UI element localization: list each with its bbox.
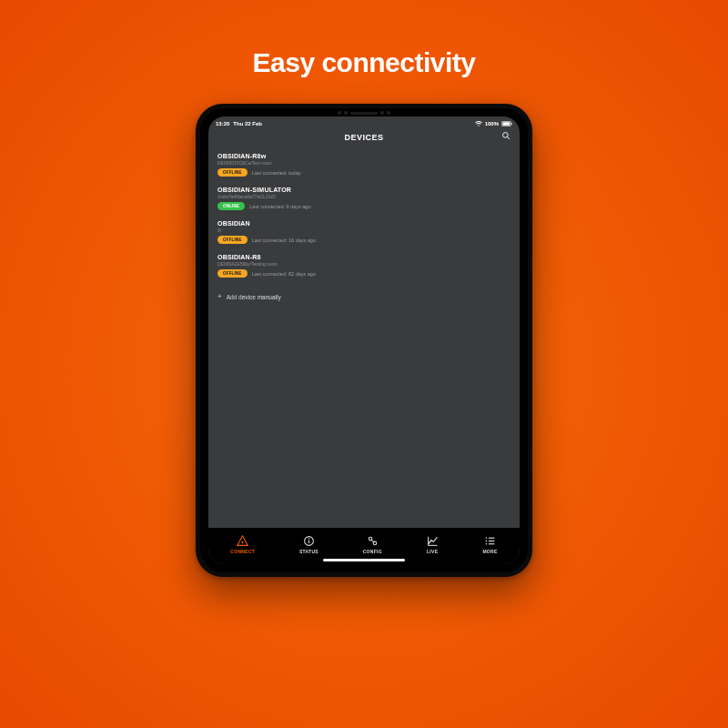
sensor-bar	[338, 111, 390, 115]
svg-rect-2	[511, 123, 512, 125]
svg-line-4	[508, 137, 510, 139]
device-subtitle: 1/obsTa4fdeca0a77aCLOUD	[217, 194, 511, 199]
svg-point-9	[369, 537, 372, 541]
page-header: DEVICES	[208, 129, 520, 147]
device-name: OBSIDIAN	[217, 220, 511, 227]
tab-connect[interactable]: CONNECT	[230, 535, 255, 554]
device-name: OBSIDIAN-R8w	[217, 153, 511, 159]
svg-point-14	[486, 537, 488, 539]
status-badge: OFFLINE	[217, 269, 248, 278]
tab-label: LIVE	[427, 549, 438, 554]
status-badge: OFFLINE	[217, 236, 248, 244]
tab-label: CONNECT	[230, 549, 255, 554]
svg-point-10	[373, 541, 377, 545]
screen: 13:20 Thu 22 Feb 100% D	[208, 116, 520, 564]
add-device-button[interactable]: + Add device manually	[217, 284, 511, 300]
device-subtitle: DE000015C8Ca/Test room	[217, 160, 511, 166]
svg-rect-17	[489, 540, 495, 541]
wifi-icon	[475, 121, 482, 126]
tab-config[interactable]: CONFIG	[363, 535, 382, 554]
status-badge: OFFLINE	[217, 168, 248, 177]
device-subtitle: DE000A2E566y/Testing room	[217, 261, 511, 267]
device-row[interactable]: OBSIDIAN-R8w DE000015C8Ca/Test room OFFL…	[217, 149, 511, 183]
page-title: DEVICES	[344, 133, 383, 142]
search-button[interactable]	[501, 131, 511, 140]
status-time: 13:20	[216, 121, 229, 126]
list-icon	[484, 535, 496, 547]
plus-icon: +	[217, 293, 222, 300]
device-row[interactable]: OBSIDIAN-SIMULATOR 1/obsTa4fdeca0a77aCLO…	[217, 183, 511, 217]
tab-more[interactable]: MORE	[482, 535, 497, 554]
last-connected: Last connected: 9 days ago	[249, 204, 310, 209]
tablet-bezel: 13:20 Thu 22 Feb 100% D	[200, 108, 528, 572]
home-indicator[interactable]	[323, 559, 405, 561]
svg-point-8	[308, 538, 309, 539]
promo-stage: Easy connectivity 13:20 Thu 22 Feb	[0, 0, 728, 728]
config-icon	[367, 535, 379, 547]
status-bar: 13:20 Thu 22 Feb 100%	[208, 116, 520, 129]
svg-point-5	[242, 541, 244, 542]
device-subtitle: 0/	[217, 228, 511, 233]
svg-line-11	[371, 540, 373, 541]
device-name: OBSIDIAN-R8	[217, 254, 511, 260]
tab-label: STATUS	[299, 549, 318, 554]
svg-rect-15	[489, 537, 495, 538]
tab-live[interactable]: LIVE	[427, 535, 439, 554]
chart-icon	[427, 535, 439, 547]
promo-headline: Easy connectivity	[253, 47, 476, 78]
last-connected: Last connected: today	[252, 170, 301, 176]
status-date: Thu 22 Feb	[233, 121, 262, 126]
svg-rect-7	[308, 540, 309, 542]
device-row[interactable]: OBSIDIAN-R8 DE000A2E566y/Testing room OF…	[217, 250, 511, 284]
connect-icon	[237, 535, 248, 547]
device-name: OBSIDIAN-SIMULATOR	[217, 187, 511, 193]
svg-rect-19	[489, 543, 495, 544]
last-connected: Last connected: 82 days ago	[252, 271, 316, 277]
tab-label: CONFIG	[363, 549, 382, 554]
add-device-label: Add device manually	[227, 294, 281, 300]
status-badge: ONLINE	[217, 202, 245, 210]
battery-icon	[501, 121, 512, 126]
tab-status[interactable]: STATUS	[299, 535, 318, 554]
svg-point-16	[486, 540, 488, 541]
device-list: OBSIDIAN-R8w DE000015C8Ca/Test room OFFL…	[208, 147, 520, 528]
info-icon	[303, 535, 315, 547]
tablet-frame: 13:20 Thu 22 Feb 100% D	[196, 104, 532, 577]
device-row[interactable]: OBSIDIAN 0/ OFFLINE Last connected: 16 d…	[217, 217, 511, 250]
last-connected: Last connected: 16 days ago	[252, 238, 316, 243]
tab-label: MORE	[482, 549, 497, 554]
svg-point-18	[486, 542, 488, 544]
status-battery: 100%	[485, 121, 499, 126]
svg-rect-1	[502, 122, 510, 125]
search-icon	[501, 131, 511, 140]
